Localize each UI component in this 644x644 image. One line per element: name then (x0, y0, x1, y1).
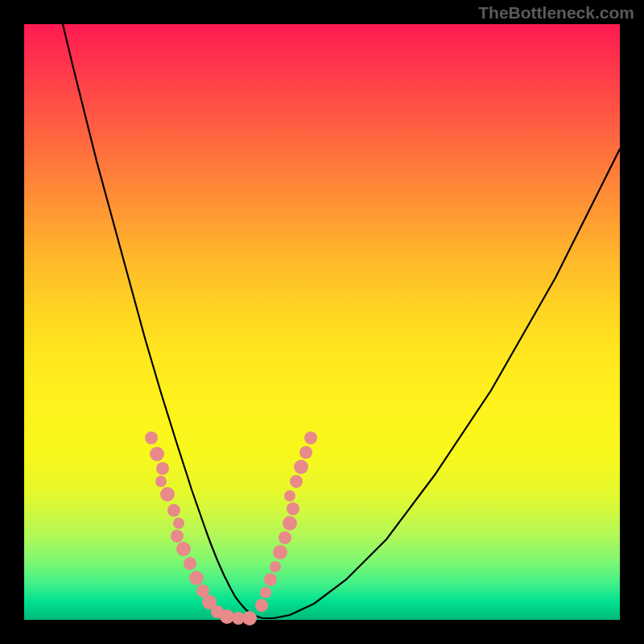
chart-frame: TheBottleneck.com (0, 0, 644, 644)
bottleneck-curve (63, 24, 620, 618)
cluster-dot (145, 431, 158, 444)
cluster-dot (279, 531, 291, 544)
cluster-dot (160, 487, 175, 502)
cluster-dot (150, 447, 164, 461)
cluster-dot (184, 557, 196, 570)
cluster-dot (173, 518, 184, 529)
chart-svg (24, 24, 620, 620)
cluster-dot (290, 475, 303, 488)
cluster-dot (264, 573, 277, 586)
cluster-dot (284, 490, 295, 502)
cluster-dot (242, 611, 257, 625)
watermark-text: TheBottleneck.com (478, 3, 634, 23)
cluster-dot (273, 545, 287, 559)
cluster-dot (176, 542, 191, 556)
cluster-dot (155, 476, 167, 487)
cluster-dot (283, 516, 297, 530)
cluster-dot (171, 530, 184, 543)
cluster-dot (189, 571, 204, 585)
cluster-dot (156, 462, 169, 475)
cluster-dot (270, 561, 281, 572)
cluster-dot (260, 587, 271, 598)
cluster-dot (167, 504, 180, 517)
cluster-dots-group (145, 431, 317, 625)
cluster-dot (299, 446, 312, 459)
cluster-dot (255, 599, 268, 612)
cluster-dot (287, 502, 299, 515)
cluster-dot (294, 460, 308, 474)
cluster-dot (304, 431, 317, 444)
